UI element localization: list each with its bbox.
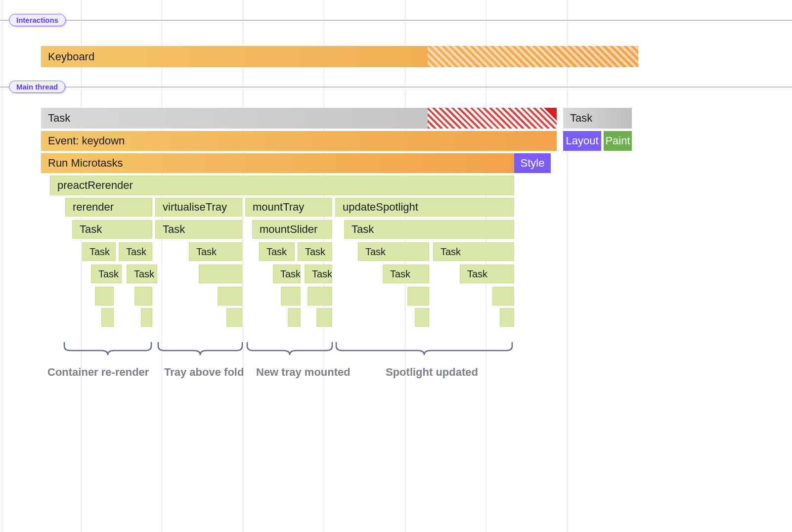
annotation-braces — [0, 0, 792, 532]
annotation-label-0: Container re-render — [47, 366, 149, 379]
annotation-brace-2 — [247, 342, 332, 355]
annotation-brace-1 — [158, 342, 242, 355]
performance-trace-canvas: Interactions Keyboard Main thread Task T… — [0, 0, 792, 532]
annotation-label-1: Tray above fold — [164, 366, 244, 379]
annotation-brace-3 — [336, 342, 512, 355]
annotation-brace-0 — [64, 342, 151, 355]
annotation-label-2: New tray mounted — [256, 366, 351, 379]
annotation-label-3: Spotlight updated — [386, 366, 478, 379]
